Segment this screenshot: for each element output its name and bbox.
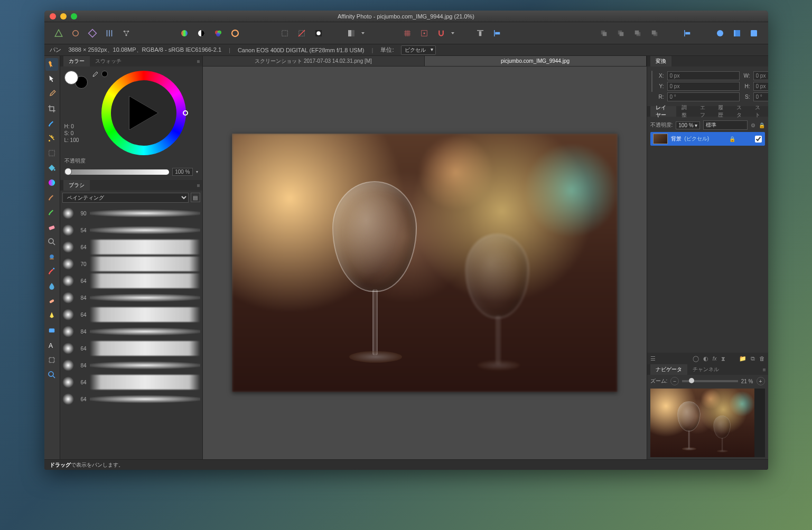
styles-tab[interactable]: スタ xyxy=(731,106,750,117)
document-tab[interactable]: スクリーンショット 2017-07-03 14.02.31.png [M] xyxy=(203,56,425,66)
arrange-forward-icon[interactable] xyxy=(630,25,646,41)
duplicate-icon[interactable]: ⧉ xyxy=(751,355,755,362)
transform-r-input[interactable] xyxy=(667,92,740,101)
erase-tool[interactable] xyxy=(45,221,58,233)
blur-tool[interactable] xyxy=(45,280,58,292)
transform-x-input[interactable] xyxy=(667,71,740,80)
selection-invert-icon[interactable] xyxy=(294,25,310,41)
arrange-backward-icon[interactable] xyxy=(613,25,629,41)
pixel-tool[interactable] xyxy=(45,206,58,219)
zoom-slider[interactable] xyxy=(682,380,738,382)
grid-icon[interactable] xyxy=(399,25,415,41)
panel-menu-icon[interactable]: ≡ xyxy=(763,367,766,373)
adjustments-tab[interactable]: 調整 xyxy=(676,106,695,117)
brush-item[interactable]: 64 xyxy=(62,306,200,323)
paint-brush-tool[interactable] xyxy=(45,191,58,204)
layers-stack-icon[interactable]: ☰ xyxy=(650,355,656,362)
quickmask-icon[interactable] xyxy=(311,25,326,41)
gradient-tool-icon[interactable] xyxy=(176,25,192,41)
arrange-front-icon[interactable] xyxy=(647,25,662,41)
develop-persona-button[interactable] xyxy=(85,25,100,41)
export-persona-button[interactable] xyxy=(118,25,134,41)
layer-opacity-input[interactable]: 100 % ▾ xyxy=(676,121,700,129)
brush-item[interactable]: 64 xyxy=(62,340,200,357)
brush-item[interactable]: 64 xyxy=(62,272,200,289)
magnet-icon[interactable] xyxy=(433,25,449,41)
color-wheel[interactable] xyxy=(101,71,186,155)
brush-item[interactable]: 84 xyxy=(62,323,200,340)
snap-icon[interactable] xyxy=(416,25,432,41)
brushes-tab[interactable]: ブラシ xyxy=(63,180,90,191)
flood-fill-tool[interactable] xyxy=(45,162,58,174)
color-swatches[interactable] xyxy=(64,71,88,89)
brush-item[interactable]: 64 xyxy=(62,374,200,391)
blend-mode-select[interactable]: 標準 xyxy=(703,120,747,130)
effects-tab[interactable]: エフ xyxy=(695,106,713,117)
history-tab[interactable]: 履歴 xyxy=(713,106,731,117)
zoom-out-button[interactable]: − xyxy=(670,377,679,385)
layer-row[interactable]: 背景 (ピクセル) 🔒 xyxy=(650,132,765,146)
transform-h-input[interactable] xyxy=(753,82,768,91)
channels-tab[interactable]: チャンネル xyxy=(687,364,724,375)
zoom-in-button[interactable]: + xyxy=(757,377,765,385)
brush-item[interactable]: 70 xyxy=(62,255,200,272)
zoom-tool[interactable] xyxy=(45,235,58,248)
pen-tool[interactable] xyxy=(45,309,58,322)
stock-tab[interactable]: スト xyxy=(750,106,768,117)
navigator-tab[interactable]: ナビゲータ xyxy=(650,364,687,375)
healing-brush-tool[interactable] xyxy=(45,295,58,307)
color-picker-tool[interactable] xyxy=(45,88,58,100)
color-adjust-icon[interactable] xyxy=(210,25,226,41)
delete-icon[interactable]: 🗑 xyxy=(759,355,765,362)
liquify-persona-button[interactable] xyxy=(68,25,83,41)
adjust-icon[interactable]: ◐ xyxy=(703,355,708,362)
crop-tool[interactable] xyxy=(45,102,58,115)
flood-select-tool[interactable] xyxy=(45,132,58,145)
mesh-warp-tool[interactable] xyxy=(45,354,58,366)
lock-icon[interactable]: 🔒 xyxy=(759,122,765,128)
color-tab[interactable]: カラー xyxy=(63,56,90,67)
selection-brush-tool[interactable] xyxy=(45,117,58,130)
photo-persona-button[interactable] xyxy=(51,25,67,41)
move-tool[interactable] xyxy=(45,73,58,86)
brush-item[interactable]: 90 xyxy=(62,205,200,222)
opacity-value[interactable]: 100 % xyxy=(172,168,192,176)
brush-item[interactable]: 84 xyxy=(62,289,200,306)
add-layer-icon[interactable] xyxy=(712,25,728,41)
mask-icon[interactable]: ◯ xyxy=(693,355,699,362)
document-tab[interactable]: picjumbo.com_IMG_9944.jpg xyxy=(425,56,647,66)
layers-tab[interactable]: レイヤー xyxy=(650,106,676,117)
brush-item[interactable]: 64 xyxy=(62,391,200,408)
gradient-tool[interactable] xyxy=(45,176,58,189)
fx-icon[interactable]: fx xyxy=(713,356,717,362)
hourglass-icon[interactable]: ⧗ xyxy=(721,355,725,362)
bw-adjust-icon[interactable] xyxy=(193,25,209,41)
swatches-tab[interactable]: スウォッチ xyxy=(90,56,127,67)
selection-none-icon[interactable] xyxy=(277,25,293,41)
dropdown-arrow-icon[interactable] xyxy=(450,25,455,41)
folder-icon[interactable]: 📁 xyxy=(739,355,746,362)
text-tool[interactable]: A xyxy=(45,339,58,352)
brush-view-icon[interactable]: ▤ xyxy=(191,193,200,202)
tonemap-persona-button[interactable] xyxy=(101,25,117,41)
crop-layer-icon[interactable] xyxy=(746,25,762,41)
brush-item[interactable]: 64 xyxy=(62,239,200,255)
view-tool[interactable] xyxy=(45,58,58,71)
soft-proof-icon[interactable] xyxy=(227,25,243,41)
align-top-icon[interactable] xyxy=(472,25,488,41)
navigator-preview[interactable] xyxy=(650,389,765,457)
anchor-widget[interactable] xyxy=(651,71,652,92)
rectangle-tool[interactable] xyxy=(45,324,58,337)
brush-item[interactable]: 54 xyxy=(62,222,200,239)
transform-y-input[interactable] xyxy=(667,82,740,91)
unit-select[interactable]: ピクセル ▾ xyxy=(401,45,436,55)
assistant-icon[interactable] xyxy=(343,25,359,41)
zoom-value[interactable]: 21 % xyxy=(741,378,753,384)
transform-tab[interactable]: 変換 xyxy=(650,56,671,67)
mask-icon[interactable] xyxy=(729,25,745,41)
primary-color-swatch[interactable] xyxy=(64,71,78,84)
transform-w-input[interactable] xyxy=(753,71,768,80)
brush-category-select[interactable]: ペインティング xyxy=(62,193,189,203)
dropdown-arrow-icon[interactable] xyxy=(360,25,366,41)
opacity-slider[interactable] xyxy=(64,169,170,175)
